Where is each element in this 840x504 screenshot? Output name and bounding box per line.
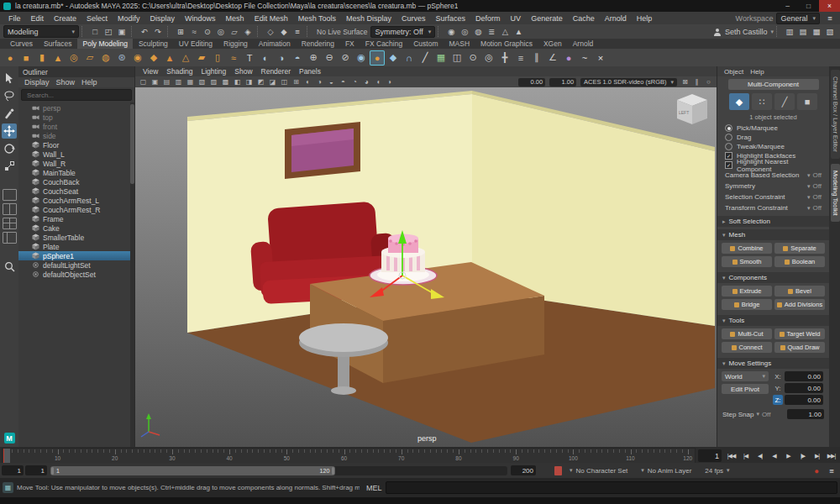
- select-mode-tweak-marquee[interactable]: Tweak/Marquee: [717, 142, 829, 151]
- fps-dropdown[interactable]: 24 fps ▾: [699, 467, 735, 475]
- poly-sphere-active-icon[interactable]: ●: [370, 50, 385, 66]
- edge-mode-icon[interactable]: ╱: [774, 93, 795, 110]
- step-size-field[interactable]: 1.00: [787, 409, 824, 419]
- toolkit-menu-object[interactable]: Object: [721, 68, 747, 76]
- poly-cube-icon[interactable]: ■: [18, 50, 34, 66]
- shelf-tab-fx[interactable]: FX: [340, 39, 360, 49]
- shelf-tab-curves[interactable]: Curves: [5, 39, 38, 49]
- outliner-item-wall-r[interactable]: Wall_R: [18, 159, 134, 168]
- constraint-symmetry[interactable]: Symmetry▾Off: [717, 181, 829, 192]
- motion-blur-icon[interactable]: ◓: [338, 77, 349, 87]
- axis-orientation-dropdown[interactable]: World ▾: [722, 371, 769, 381]
- menu-arnold[interactable]: Arnold: [600, 12, 632, 24]
- view-cube[interactable]: LEFT: [677, 94, 707, 124]
- knife-icon[interactable]: ×: [593, 50, 608, 66]
- axis-z-field[interactable]: 0.00: [785, 395, 823, 405]
- outliner-item-couchseat[interactable]: CouchSeat: [18, 186, 134, 196]
- poly-superellipse-icon[interactable]: ◆: [146, 50, 161, 66]
- launch-arnold-icon[interactable]: ▲: [512, 25, 525, 38]
- lasso-select-tool[interactable]: [2, 88, 17, 103]
- poly-helix-icon[interactable]: ≈: [226, 50, 241, 66]
- mel-command-input[interactable]: [386, 481, 837, 494]
- menu-curves[interactable]: Curves: [396, 12, 431, 24]
- separate-icon[interactable]: ⊖: [322, 50, 337, 66]
- bevel-icon[interactable]: ◆: [386, 50, 401, 66]
- xray-icon[interactable]: ◗: [385, 77, 396, 87]
- poly-type-icon[interactable]: T: [242, 50, 257, 66]
- outliner-persp-layout-button[interactable]: [3, 232, 17, 244]
- two-pane-layout-button[interactable]: [3, 203, 17, 215]
- anim-layer-dropdown[interactable]: ▾ No Anim Layer: [635, 467, 697, 475]
- menu-file[interactable]: File: [3, 12, 26, 24]
- rotate-tool[interactable]: [2, 141, 17, 156]
- poly-sphere-icon[interactable]: ●: [3, 50, 18, 66]
- script-editor-icon[interactable]: ▦: [3, 482, 13, 493]
- move-tool[interactable]: [2, 123, 17, 139]
- redo-icon[interactable]: ↷: [151, 25, 165, 38]
- menu-edit-mesh[interactable]: Edit Mesh: [249, 12, 293, 24]
- outliner-menu-help[interactable]: Help: [78, 78, 101, 87]
- outliner-item-cake[interactable]: Cake: [18, 223, 134, 233]
- crease-tool-icon[interactable]: ∠: [545, 50, 560, 66]
- connect-button[interactable]: Connect: [722, 342, 772, 353]
- viewport-scene[interactable]: LEFT persp: [135, 87, 717, 447]
- current-frame-marker[interactable]: [3, 449, 10, 463]
- poly-platonic-solid-icon[interactable]: ▲: [162, 50, 177, 66]
- section-move-settings[interactable]: ▾ Move Settings: [717, 358, 829, 369]
- outliner-item-maintable[interactable]: MainTable: [18, 168, 134, 177]
- outliner-scrollbar[interactable]: [130, 102, 134, 447]
- output-connections-icon[interactable]: ◆: [277, 25, 291, 38]
- option-highlight-nearest-component[interactable]: ✓Highlight Nearest Component: [717, 160, 829, 170]
- zoom-icon[interactable]: [2, 259, 17, 274]
- shelf-tab-sculpting[interactable]: Sculpting: [134, 39, 173, 49]
- render-settings-icon[interactable]: ≣: [485, 25, 498, 38]
- toggle-modeling-toolkit-icon[interactable]: ▥: [783, 25, 796, 38]
- colorspace-dropdown[interactable]: ACES 1.0 SDR-video (sRGB) ▾: [580, 78, 677, 87]
- outliner-item-frame[interactable]: Frame: [18, 214, 134, 223]
- outliner-item-defaultlightset[interactable]: defaultLightSet: [18, 260, 134, 270]
- four-pane-layout-button[interactable]: [3, 218, 17, 229]
- select-tool[interactable]: [2, 71, 17, 86]
- menu-deform[interactable]: Deform: [470, 12, 506, 24]
- open-render-view-icon[interactable]: ◉: [444, 25, 458, 38]
- bevel-button[interactable]: Bevel: [774, 286, 825, 297]
- outliner-item-front[interactable]: front: [18, 122, 134, 131]
- menu-mesh-display[interactable]: Mesh Display: [341, 12, 396, 24]
- quad-draw-button[interactable]: Quad Draw: [774, 342, 825, 353]
- outliner-item-floor[interactable]: Floor: [18, 140, 134, 150]
- undo-icon[interactable]: ↶: [138, 25, 151, 38]
- step-forward-key-button[interactable]: ▶|: [810, 448, 824, 464]
- frame-selection-icon[interactable]: ⊞: [291, 77, 302, 87]
- multi-cut-icon[interactable]: ╱: [417, 50, 433, 66]
- menu-generate[interactable]: Generate: [526, 12, 568, 24]
- pause-viewport-icon[interactable]: ∥: [691, 77, 702, 87]
- combine-button[interactable]: Combine: [722, 243, 772, 254]
- toggle-attribute-editor-icon[interactable]: ▤: [796, 25, 810, 38]
- snap-to-projected-center-icon[interactable]: ◎: [214, 25, 228, 38]
- viewport-menu-view[interactable]: View: [139, 67, 162, 76]
- snap-to-grid-icon[interactable]: ⊞: [174, 25, 187, 38]
- maximize-button[interactable]: □: [798, 0, 819, 12]
- offset-edge-loop-icon[interactable]: ∥: [529, 50, 544, 66]
- connect-icon[interactable]: ╋: [497, 50, 512, 66]
- toggle-displacement-icon[interactable]: △: [498, 25, 512, 38]
- face-mode-icon[interactable]: ■: [797, 93, 817, 110]
- screen-space-ao-icon[interactable]: ◒: [326, 77, 337, 87]
- section-mesh[interactable]: ▾Mesh: [717, 229, 829, 240]
- playback-start-field[interactable]: 1: [25, 465, 47, 475]
- snap-to-point-icon[interactable]: ⊙: [201, 25, 214, 38]
- shelf-tab-custom[interactable]: Custom: [408, 39, 443, 49]
- step-forward-frame-button[interactable]: |▶: [795, 448, 810, 464]
- animation-end-field[interactable]: 200: [511, 465, 536, 475]
- frame-all-icon[interactable]: ◫: [279, 77, 290, 87]
- render-current-frame-icon[interactable]: ◎: [458, 25, 471, 38]
- exposure-field[interactable]: 0.00: [518, 78, 545, 87]
- step-snap-row[interactable]: Step Snap ▾ Off 1.00: [717, 407, 829, 421]
- poly-prism-icon[interactable]: ▰: [194, 50, 209, 66]
- constraint-selection-constraint[interactable]: Selection Constraint▾Off: [717, 192, 829, 202]
- menu-select[interactable]: Select: [81, 12, 113, 24]
- safe-title-icon[interactable]: ◪: [267, 77, 278, 87]
- menu-uv[interactable]: UV: [506, 12, 527, 24]
- shelf-tab-arnold[interactable]: Arnold: [568, 39, 599, 49]
- workspace-dropdown[interactable]: General ▾: [776, 13, 820, 24]
